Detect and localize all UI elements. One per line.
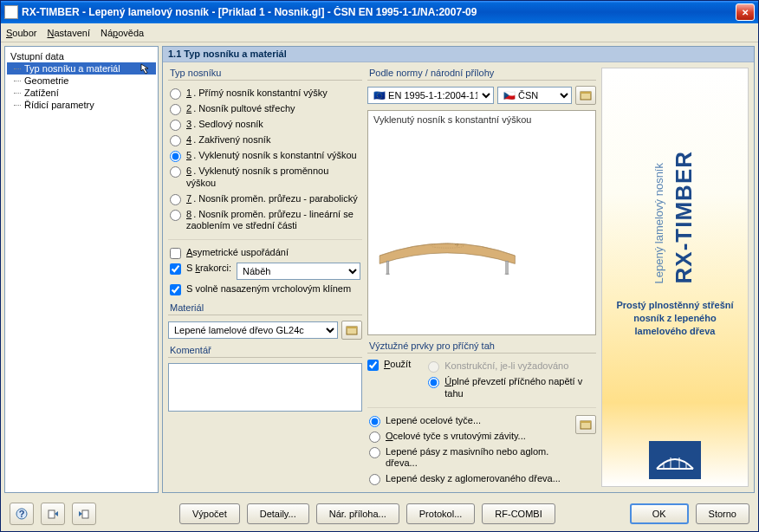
material-label: Materiál	[170, 302, 362, 313]
beam-type-label: Typ nosníku	[170, 68, 362, 78]
check-cantilever[interactable]: S krakorci: Náběh	[168, 261, 362, 282]
navigation-tree[interactable]: Vstupní data Typ nosníku a materiál Geom…	[4, 46, 159, 493]
tree-root[interactable]: Vstupní data	[7, 50, 156, 62]
standard-select[interactable]: 🇪🇺 EN 1995-1-1:2004-11EN 1995-1-1:2004-1…	[367, 87, 494, 104]
tree-item-type-material[interactable]: Typ nosníku a materiál	[7, 62, 156, 75]
beam-preview: Vyklenutý nosník s konstantní výškou	[367, 110, 596, 335]
group-reinforcement: Výztužné prvky pro příčný tah Použít Kon…	[367, 341, 596, 487]
brand-name: RX-TIMBER	[671, 151, 697, 283]
main-panel: 1.1 Typ nosníku a materiál Typ nosníku 1…	[162, 46, 755, 493]
preview-caption: Vyklenutý nosník s konstantní výškou	[373, 114, 531, 125]
tree-item-geometry[interactable]: Geometrie	[7, 75, 156, 87]
brand-subtitle: Lepený lamelový nosník	[652, 163, 665, 283]
window-title: RX-TIMBER - Lepený lamelový nosník - [Pr…	[22, 6, 736, 18]
ok-button[interactable]: OK	[630, 503, 689, 524]
beam-type-option-2[interactable]: 2. Nosník pultové střechy	[168, 101, 362, 117]
brand-description: Prostý plnostěnný střešní nosník z lepen…	[607, 299, 743, 338]
check-wedge[interactable]: S volně nasazeným vrcholovým klínem	[168, 282, 362, 297]
reinforcement-label: Výztužné prvky pro příčný tah	[369, 341, 596, 351]
national-annex-button[interactable]: Nár. příloha...	[316, 503, 399, 524]
title-bar: RX-TIMBER - Lepený lamelový nosník - [Pr…	[1, 1, 758, 23]
cancel-button[interactable]: Storno	[696, 503, 749, 524]
close-button[interactable]: ✕	[736, 3, 755, 21]
rein-type-threaded-rods[interactable]: Ocelové tyče s vrutovými závity...	[367, 429, 572, 444]
brand-panel: Lepený lamelový nosník RX-TIMBER Prostý …	[601, 68, 749, 487]
rein-opt-full[interactable]: Úplné převzetí příčného napětí v tahu	[426, 374, 596, 402]
check-use-reinforcement[interactable]: Použít	[367, 359, 411, 371]
svg-rect-5	[386, 261, 389, 274]
comment-label: Komentář	[170, 345, 362, 355]
rein-type-glued-rods[interactable]: Lepené ocelové tyče...	[367, 413, 572, 429]
menu-bar: SSouboroubor Nastavení Nápověda	[1, 23, 758, 42]
material-select[interactable]: Lepené lamelové dřevo GL24c	[168, 321, 338, 339]
tree-item-loads[interactable]: Zatížení	[7, 87, 156, 99]
menu-help[interactable]: Nápověda	[101, 28, 144, 38]
group-comment: Komentář	[168, 345, 362, 487]
beam-type-option-4[interactable]: 4. Zakřivený nosník	[168, 133, 362, 148]
menu-file[interactable]: SSouboroubor	[6, 28, 36, 38]
beam-type-option-1[interactable]: 1. Přímý nosník konstantní výšky	[168, 86, 362, 101]
rein-opt-constructional: Konstrukční, je-li vyžadováno	[426, 359, 596, 374]
app-window: RX-TIMBER - Lepený lamelový nosník - [Pr…	[0, 0, 759, 532]
comment-textarea[interactable]	[168, 363, 362, 412]
group-material: Materiál Lepené lamelové dřevo GL24c	[168, 302, 362, 340]
group-standard: Podle normy / národní přílohy 🇪🇺 EN 1995…	[367, 68, 596, 105]
beam-type-option-5[interactable]: 5. Vyklenutý nosník s konstantní výškou	[168, 148, 362, 164]
middle-column: Podle normy / národní přílohy 🇪🇺 EN 1995…	[367, 68, 596, 487]
svg-text:?: ?	[19, 509, 25, 519]
standard-library-button[interactable]	[575, 86, 596, 105]
svg-rect-3	[581, 92, 591, 94]
beam-type-option-6[interactable]: 6. Vyklenutý nosník s proměnnou výškou	[168, 164, 362, 191]
svg-rect-10	[581, 421, 591, 423]
beam-type-option-8[interactable]: 8. Nosník proměn. průřezu - lineární se …	[168, 207, 362, 235]
check-asymmetric[interactable]: Asymetrické uspořádání	[168, 245, 362, 261]
rein-type-glued-strips[interactable]: Lepené pásy z masivního nebo aglom. dřev…	[367, 444, 572, 472]
footer-bar: ? Výpočet Detaily... Nár. příloha... Pro…	[1, 496, 758, 531]
brand-logo	[649, 441, 701, 479]
menu-settings[interactable]: Nastavení	[47, 28, 90, 38]
material-library-button[interactable]	[341, 321, 362, 340]
svg-rect-18	[49, 510, 55, 518]
rein-type-glued-boards[interactable]: Lepené desky z aglomerovaného dřeva...	[367, 471, 572, 487]
help-button[interactable]: ?	[10, 503, 34, 525]
reinforcement-library-button[interactable]	[575, 415, 596, 434]
left-column: Typ nosníku 1. Přímý nosník konstantní v…	[168, 68, 362, 487]
national-annex-select[interactable]: 🇨🇿 ČSN	[497, 87, 572, 104]
svg-rect-19	[82, 510, 88, 518]
details-button[interactable]: Detaily...	[247, 503, 309, 524]
tree-item-control-params[interactable]: Řídicí parametry	[7, 99, 156, 111]
rfcombi-button[interactable]: RF-COMBI	[482, 503, 555, 524]
svg-rect-6	[506, 261, 509, 274]
prev-module-button[interactable]	[41, 503, 65, 525]
calculate-button[interactable]: Výpočet	[179, 503, 240, 524]
panel-heading: 1.1 Typ nosníku a materiál	[163, 47, 754, 62]
app-icon	[4, 5, 18, 19]
beam-type-option-7[interactable]: 7. Nosník proměn. průřezu - parabolický	[168, 191, 362, 207]
content-area: Vstupní data Typ nosníku a materiál Geom…	[1, 42, 758, 496]
beam-type-option-3[interactable]: 3. Sedlový nosník	[168, 117, 362, 133]
svg-rect-1	[347, 327, 357, 328]
cantilever-select[interactable]: Náběh	[237, 263, 360, 280]
standard-label: Podle normy / národní přílohy	[369, 68, 596, 78]
next-module-button[interactable]	[72, 503, 96, 525]
group-beam-type: Typ nosníku 1. Přímý nosník konstantní v…	[168, 68, 362, 297]
protocol-button[interactable]: Protokol...	[406, 503, 476, 524]
